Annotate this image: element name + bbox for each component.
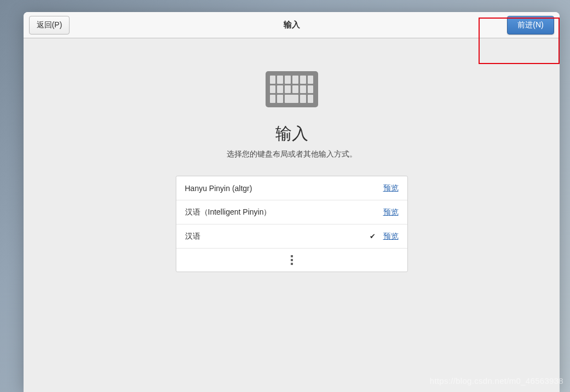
check-icon: ✔: [370, 232, 376, 240]
keyboard-icon: [266, 71, 318, 107]
setup-window: 返回(P) 输入 前进(N) 输入 选择您的键盘布局或者其他输入方式。 Hany…: [24, 12, 560, 392]
list-item-label: 汉语: [185, 232, 366, 241]
next-button[interactable]: 前进(N): [507, 16, 554, 34]
list-item-label: 汉语（Intelligent Pinyin）: [185, 207, 383, 217]
list-item-label: Hanyu Pinyin (altgr): [185, 184, 383, 193]
more-button[interactable]: [176, 249, 407, 272]
input-source-list: Hanyu Pinyin (altgr) 预览 汉语（Intelligent P…: [176, 176, 408, 272]
preview-link[interactable]: 预览: [383, 232, 399, 241]
preview-link[interactable]: 预览: [383, 207, 399, 217]
watermark-text: https://blog.csdn.net/m0_46563938: [430, 376, 563, 385]
back-button[interactable]: 返回(P): [29, 16, 70, 34]
page-subtitle: 选择您的键盘布局或者其他输入方式。: [227, 149, 357, 159]
header-bar: 返回(P) 输入 前进(N): [24, 12, 560, 38]
list-item[interactable]: 汉语 ✔ 预览: [176, 224, 407, 249]
more-icon: [291, 255, 293, 265]
preview-link[interactable]: 预览: [383, 183, 399, 193]
list-item[interactable]: 汉语（Intelligent Pinyin） 预览: [176, 200, 407, 224]
list-item[interactable]: Hanyu Pinyin (altgr) 预览: [176, 176, 407, 200]
page-title: 输入: [275, 123, 308, 145]
content-area: 输入 选择您的键盘布局或者其他输入方式。 Hanyu Pinyin (altgr…: [24, 38, 560, 392]
header-title: 输入: [24, 20, 560, 30]
